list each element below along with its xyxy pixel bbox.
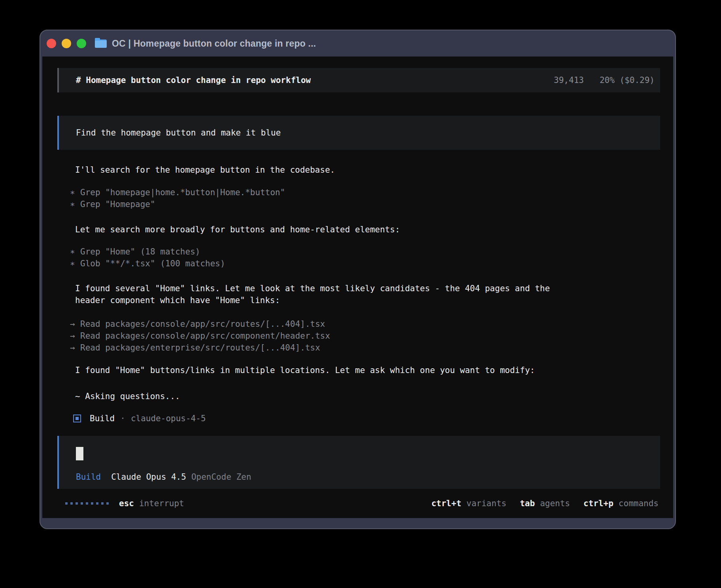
status-bar-right: ctrl+t variants tab agents ctrl+p comman… — [431, 499, 659, 508]
text-cursor — [76, 447, 83, 460]
model-status-row: Build Claude Opus 4.5 OpenCode Zen — [76, 472, 643, 482]
spinner-dot — [65, 502, 68, 505]
tool-bullet-icon: ∗ — [70, 246, 80, 258]
tool-call-read: →Read packages/enterprise/src/routes/[..… — [70, 342, 330, 354]
tool-call-grep: ∗Grep "Homepage" — [70, 198, 285, 210]
tool-bullet-icon: ∗ — [70, 187, 80, 198]
window-title: OC | Homepage button color change in rep… — [112, 38, 316, 49]
input-model-label: Claude Opus 4.5 — [111, 472, 186, 482]
status-bar-left: esc interrupt — [57, 499, 184, 508]
terminal-window: OC | Homepage button color change in rep… — [40, 30, 676, 529]
spinner-dot — [96, 502, 98, 505]
shortcut-variants: ctrl+t variants — [431, 499, 506, 508]
tool-call-group: →Read packages/console/app/src/routes/[.… — [70, 318, 330, 354]
spinner-dot — [101, 502, 104, 505]
tool-bullet-icon: ∗ — [70, 258, 80, 270]
input-agent-label[interactable]: Build — [76, 472, 101, 482]
input-provider-label: OpenCode Zen — [191, 472, 251, 482]
shortcut-commands: ctrl+p commands — [583, 499, 659, 508]
assistant-paragraph: Let me search more broadly for buttons a… — [75, 224, 400, 236]
assistant-paragraph: I found "Home" buttons/links in multiple… — [75, 364, 535, 376]
spinner-dot — [86, 502, 88, 505]
session-header: # Homepage button color change in repo w… — [57, 68, 660, 92]
tool-call-read: →Read packages/console/app/src/component… — [70, 330, 330, 342]
agent-status-row: Build · claude-opus-4-5 — [73, 413, 206, 424]
tool-call-group: ∗Grep "Home" (18 matches) ∗Glob "**/*.ts… — [70, 246, 225, 270]
assistant-paragraph: I found several "Home" links. Let me loo… — [75, 283, 550, 306]
tool-call-grep: ∗Grep "homepage|home.*button|Home.*butto… — [70, 187, 285, 198]
prompt-input[interactable]: Build Claude Opus 4.5 OpenCode Zen — [57, 436, 660, 489]
minimize-button[interactable] — [62, 39, 71, 48]
arrow-right-icon: → — [70, 342, 80, 354]
tool-call-glob: ∗Glob "**/*.tsx" (100 matches) — [70, 258, 225, 270]
spinner-dot — [91, 502, 93, 505]
user-message: Find the homepage button and make it blu… — [57, 116, 660, 150]
spinner-dot — [70, 502, 73, 505]
titlebar[interactable]: OC | Homepage button color change in rep… — [40, 30, 675, 57]
traffic-lights — [47, 39, 86, 48]
arrow-right-icon: → — [70, 318, 80, 330]
shortcut-agents: tab agents — [520, 499, 570, 508]
user-message-text: Find the homepage button and make it blu… — [76, 128, 281, 138]
tool-call-group: ∗Grep "homepage|home.*button|Home.*butto… — [70, 187, 285, 210]
assistant-paragraph: I'll search for the homepage button in t… — [75, 164, 335, 176]
context-usage: 20% ($0.29) — [600, 75, 655, 85]
agent-model: claude-opus-4-5 — [131, 414, 206, 423]
tool-call-grep: ∗Grep "Home" (18 matches) — [70, 246, 225, 258]
tool-bullet-icon: ∗ — [70, 198, 80, 210]
tool-call-read: →Read packages/console/app/src/routes/[.… — [70, 318, 330, 330]
close-button[interactable] — [47, 39, 56, 48]
status-bar: esc interrupt ctrl+t variants tab agents… — [57, 498, 659, 509]
agent-name: Build — [90, 414, 115, 423]
arrow-right-icon: → — [70, 330, 80, 342]
folder-icon — [95, 40, 107, 48]
shortcut-label-interrupt: interrupt — [139, 499, 184, 508]
spinner-dot — [81, 502, 83, 505]
agent-square-icon — [73, 415, 81, 422]
working-status: ~ Asking questions... — [75, 390, 180, 402]
terminal-content[interactable]: # Homepage button color change in repo w… — [42, 57, 673, 518]
session-title: # Homepage button color change in repo w… — [76, 75, 311, 85]
zoom-button[interactable] — [77, 39, 86, 48]
separator-dot: · — [120, 414, 125, 423]
spinner-dots — [65, 502, 109, 505]
spinner-dot — [75, 502, 78, 505]
shortcut-key-esc: esc — [119, 499, 134, 508]
session-stats: 39,413 20% ($0.29) — [554, 75, 655, 85]
token-count: 39,413 — [554, 75, 584, 85]
spinner-dot — [106, 502, 109, 505]
